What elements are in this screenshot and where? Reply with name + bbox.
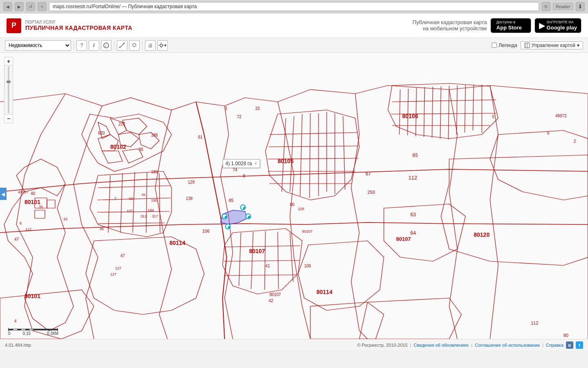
- scale-bar-inner: 0 0.15 0.3КМ: [8, 327, 58, 336]
- svg-text:74: 74: [233, 168, 238, 172]
- scale-bar: 0 0.15 0.3КМ: [8, 327, 58, 336]
- map-control-button[interactable]: Управление картой ▾: [521, 41, 583, 49]
- svg-text:80106: 80106: [402, 113, 418, 119]
- measure-btn[interactable]: [117, 40, 127, 51]
- logo-icon: Р: [7, 18, 21, 33]
- zoom-out-button[interactable]: −: [4, 114, 13, 123]
- identify-btn[interactable]: i: [101, 40, 111, 51]
- svg-text:8: 8: [20, 221, 22, 225]
- svg-text:61: 61: [198, 135, 203, 139]
- twitter-icon[interactable]: t: [576, 341, 583, 349]
- svg-text:35: 35: [39, 205, 43, 209]
- svg-text:106: 106: [304, 264, 311, 268]
- popup-close-button[interactable]: ×: [254, 161, 257, 166]
- svg-point-62: [243, 207, 245, 209]
- svg-text:127: 127: [115, 266, 121, 270]
- print-btn[interactable]: 🖨: [145, 40, 156, 51]
- vk-icon[interactable]: в: [566, 341, 573, 349]
- svg-text:46: 46: [100, 227, 104, 231]
- settings-btn[interactable]: ▾: [157, 40, 168, 51]
- scale-segment-2: [33, 329, 58, 330]
- map-container[interactable]: 3 72 33 809 74 8 80106 80101 80102 80105…: [0, 53, 588, 339]
- info-btn[interactable]: i: [89, 40, 99, 51]
- svg-text:112: 112: [408, 175, 417, 181]
- terms-link[interactable]: Соглашение об использовании: [475, 343, 540, 348]
- nav-reload-button[interactable]: ↺: [26, 2, 35, 11]
- svg-text:6: 6: [547, 131, 550, 135]
- svg-point-8: [159, 45, 160, 46]
- googleplay-text: ЗАГРУЗИТЕ НА Google play: [547, 20, 577, 31]
- app-header: Р ПОРТАЛ УСЛУГ ПУБЛИЧНАЯ КАДАСТРОВАЯ КАР…: [0, 13, 588, 38]
- google-play-icon: ▶: [539, 20, 545, 30]
- googleplay-button[interactable]: ▶ ЗАГРУЗИТЕ НА Google play: [535, 18, 581, 33]
- legend-label: Легенда: [499, 43, 517, 48]
- legend-checkbox-label[interactable]: Легенда: [492, 43, 517, 48]
- nav-forward-button[interactable]: ▶: [15, 2, 24, 11]
- map-control-label: Управление картой: [532, 43, 575, 48]
- zoom-in-button[interactable]: +: [4, 57, 13, 65]
- svg-point-68: [228, 226, 230, 229]
- zoom-slider[interactable]: [4, 65, 13, 114]
- help-link[interactable]: Справка: [546, 343, 564, 348]
- appstore-button[interactable]: Доступно в App Store: [490, 18, 531, 33]
- svg-point-66: [248, 216, 250, 218]
- toolbar-right: Легенда Управление картой ▾: [492, 41, 583, 49]
- status-right: © Росреестр, 2010-2015 | Сведения об обн…: [357, 341, 583, 349]
- svg-text:85: 85: [229, 198, 234, 203]
- svg-text:41: 41: [142, 193, 146, 197]
- logo-title: ПУБЛИЧНАЯ КАДАСТРОВАЯ КАРТА: [25, 25, 132, 31]
- legend-checkbox[interactable]: [492, 43, 497, 48]
- svg-text:41: 41: [265, 264, 270, 268]
- updates-link[interactable]: Сведения об обновлениях: [414, 343, 469, 348]
- svg-text:180: 180: [151, 170, 158, 174]
- svg-text:225: 225: [298, 207, 304, 211]
- svg-text:80107: 80107: [249, 248, 265, 254]
- svg-text:33: 33: [63, 217, 67, 221]
- svg-text:106: 106: [202, 229, 209, 233]
- scale-labels: 0 0.15 0.3КМ: [8, 331, 58, 336]
- map-control-chevron: ▾: [577, 43, 579, 48]
- appstore-text: Доступно в App Store: [497, 20, 522, 31]
- status-sep-3: |: [542, 343, 543, 348]
- svg-text:620: 620: [98, 131, 105, 135]
- svg-text:250: 250: [368, 190, 375, 195]
- svg-text:80107: 80107: [270, 292, 281, 297]
- svg-text:112: 112: [531, 321, 538, 325]
- toolbar-sep-1: [74, 41, 74, 50]
- svg-point-64: [225, 216, 227, 218]
- help-btn[interactable]: ?: [76, 40, 87, 51]
- download-button[interactable]: ⬇: [576, 2, 585, 11]
- svg-text:317: 317: [152, 214, 158, 218]
- svg-text:80101: 80101: [24, 199, 40, 205]
- svg-text:40: 40: [31, 191, 36, 196]
- svg-point-9: [163, 45, 164, 46]
- browser-toolbar: ◀ ▶ ↺ + maps.rosreestr.ru/PortalOnline/ …: [0, 0, 588, 13]
- nav-newtab-button[interactable]: +: [38, 2, 47, 11]
- svg-text:186: 186: [151, 133, 158, 137]
- status-sep-2: |: [471, 343, 472, 348]
- address-bar[interactable]: maps.rosreestr.ru/PortalOnline/ — Публич…: [49, 2, 539, 11]
- logo-subtext: ПОРТАЛ УСЛУГ: [25, 20, 132, 25]
- nav-back-button[interactable]: ◀: [3, 2, 12, 11]
- copyright-text: © Росреестр, 2010-2015: [357, 343, 408, 348]
- svg-text:184: 184: [148, 208, 154, 212]
- svg-point-0: [104, 43, 109, 48]
- reader-button[interactable]: Reader: [553, 3, 573, 10]
- svg-text:42: 42: [269, 298, 274, 303]
- category-select[interactable]: Недвижимость Территориальные зоны Кадаст…: [5, 40, 71, 51]
- svg-point-5: [160, 44, 163, 47]
- svg-text:◀: ◀: [1, 191, 5, 197]
- svg-line-2: [120, 43, 125, 48]
- status-sep-1: |: [410, 343, 411, 348]
- googleplay-available-label: ЗАГРУЗИТЕ НА: [547, 20, 577, 25]
- status-bar: 4.01.484.http © Росреестр, 2010-2015 | С…: [0, 339, 588, 350]
- svg-text:4: 4: [14, 319, 17, 323]
- svg-text:138: 138: [186, 196, 193, 201]
- svg-text:129: 129: [188, 180, 195, 184]
- scale-label-0: 0: [8, 331, 11, 336]
- svg-text:33: 33: [255, 106, 260, 111]
- nav-refresh-icon[interactable]: ↻: [541, 2, 550, 11]
- area-btn[interactable]: ⬡: [129, 40, 140, 51]
- svg-text:35: 35: [139, 147, 144, 152]
- toolbar-sep-3: [142, 41, 143, 50]
